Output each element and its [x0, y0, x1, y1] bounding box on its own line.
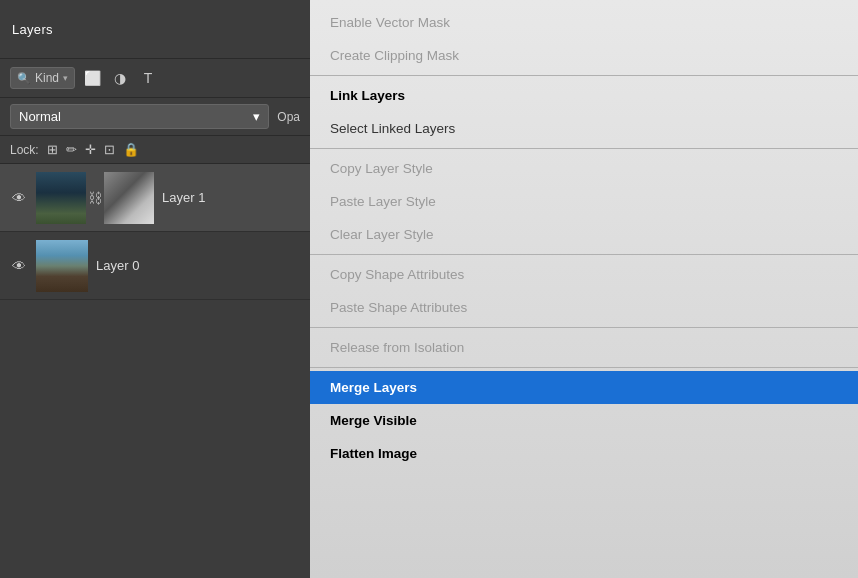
menu-item-copy-layer-style[interactable]: Copy Layer Style	[310, 152, 858, 185]
lock-row: Lock: ⊞ ✏ ✛ ⊡ 🔒	[0, 136, 310, 164]
layer1-name: Layer 1	[162, 190, 300, 205]
blend-mode-chevron: ▾	[253, 109, 260, 124]
type-filter-icon[interactable]: T	[137, 67, 159, 89]
menu-item-release-from-isolation[interactable]: Release from Isolation	[310, 331, 858, 364]
lock-artboard-icon[interactable]: ⊡	[104, 142, 115, 157]
visibility-icon-layer1[interactable]: 👁	[10, 190, 28, 206]
search-icon: 🔍	[17, 72, 31, 85]
layer1-mask-thumb	[104, 172, 154, 224]
lock-move-icon[interactable]: ✛	[85, 142, 96, 157]
kind-toolbar: 🔍 Kind ▾ ⬜ ◑ T	[0, 59, 310, 98]
adjustment-filter-icon[interactable]: ◑	[109, 67, 131, 89]
menu-item-create-clipping-mask[interactable]: Create Clipping Mask	[310, 39, 858, 72]
menu-item-select-linked-layers[interactable]: Select Linked Layers	[310, 112, 858, 145]
separator-5	[310, 367, 858, 368]
lock-paint-icon[interactable]: ✏	[66, 142, 77, 157]
layer1-thumbnails: ⛓	[36, 172, 154, 224]
separator-3	[310, 254, 858, 255]
lock-pixels-icon[interactable]: ⊞	[47, 142, 58, 157]
panel-title: Layers	[12, 22, 53, 37]
separator-2	[310, 148, 858, 149]
context-menu: Enable Vector Mask Create Clipping Mask …	[310, 0, 858, 578]
chevron-down-icon: ▾	[63, 73, 68, 83]
separator-1	[310, 75, 858, 76]
layer-item-layer0[interactable]: 👁 Layer 0	[0, 232, 310, 300]
menu-item-paste-layer-style[interactable]: Paste Layer Style	[310, 185, 858, 218]
menu-item-flatten-image[interactable]: Flatten Image	[310, 437, 858, 470]
lock-all-icon[interactable]: 🔒	[123, 142, 139, 157]
layer0-name: Layer 0	[96, 258, 300, 273]
layer-item-layer1[interactable]: 👁 ⛓ Layer 1	[0, 164, 310, 232]
kind-label: Kind	[35, 71, 59, 85]
menu-item-enable-vector-mask[interactable]: Enable Vector Mask	[310, 6, 858, 39]
link-icon-layer1: ⛓	[88, 190, 102, 206]
menu-item-copy-shape-attributes[interactable]: Copy Shape Attributes	[310, 258, 858, 291]
panel-header: Layers	[0, 0, 310, 59]
separator-4	[310, 327, 858, 328]
menu-item-clear-layer-style[interactable]: Clear Layer Style	[310, 218, 858, 251]
blend-mode-row: Normal ▾ Opa	[0, 98, 310, 136]
menu-item-paste-shape-attributes[interactable]: Paste Shape Attributes	[310, 291, 858, 324]
layers-panel: Layers 🔍 Kind ▾ ⬜ ◑ T Normal ▾ Opa Lock:…	[0, 0, 310, 578]
menu-item-link-layers[interactable]: Link Layers	[310, 79, 858, 112]
context-menu-area: Enable Vector Mask Create Clipping Mask …	[310, 0, 858, 578]
layer0-image-thumb	[36, 240, 88, 292]
blend-mode-dropdown[interactable]: Normal ▾	[10, 104, 269, 129]
layer1-image-thumb	[36, 172, 86, 224]
pixel-filter-icon[interactable]: ⬜	[81, 67, 103, 89]
kind-dropdown[interactable]: 🔍 Kind ▾	[10, 67, 75, 89]
opacity-label: Opa	[277, 110, 300, 124]
visibility-icon-layer0[interactable]: 👁	[10, 258, 28, 274]
lock-label: Lock:	[10, 143, 39, 157]
layers-list: 👁 ⛓ Layer 1 👁 Layer 0	[0, 164, 310, 578]
menu-item-merge-layers[interactable]: Merge Layers	[310, 371, 858, 404]
blend-mode-value: Normal	[19, 109, 61, 124]
menu-item-merge-visible[interactable]: Merge Visible	[310, 404, 858, 437]
